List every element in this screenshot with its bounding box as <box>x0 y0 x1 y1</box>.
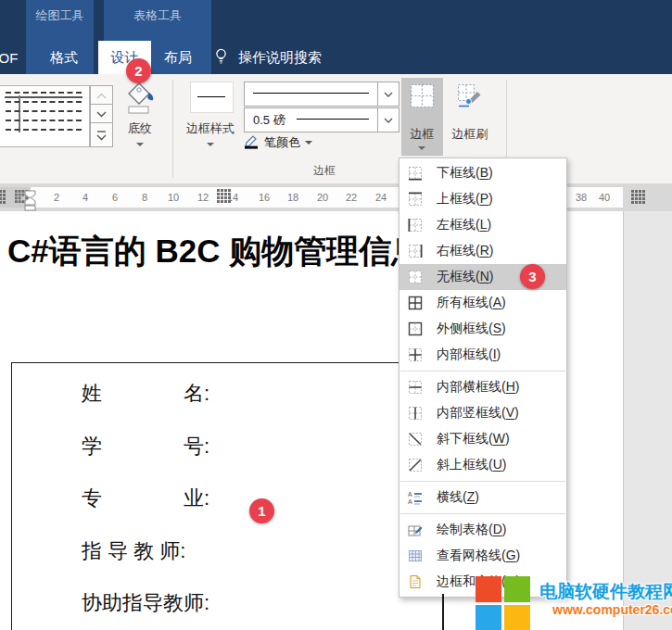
border-none-icon <box>408 270 423 284</box>
border-inside-vertical-icon <box>408 406 423 421</box>
menu-item-diagonal-up-border[interactable]: 斜上框线(U) <box>399 452 566 478</box>
border-top-icon <box>408 192 423 207</box>
ruler-mark: 6 <box>105 192 125 203</box>
watermark-site-url: www.computer26.com <box>552 602 672 617</box>
menu-item-outside-borders[interactable]: 外侧框线(S) <box>399 316 566 342</box>
field-major: 专 业: <box>82 485 209 512</box>
menu-item-view-gridlines[interactable]: 查看网格线(G) <box>399 543 566 569</box>
menu-item-right-border[interactable]: 右框线(R) <box>399 238 566 264</box>
style-dash-row <box>6 110 82 112</box>
step-badge-1: 1 <box>249 498 274 523</box>
ruler-mark: 22 <box>341 192 361 203</box>
line-weight-cell: 0.5 磅 <box>245 108 377 132</box>
line-weight-value: 0.5 磅 <box>253 112 285 129</box>
borders-group-label: 边框 <box>287 163 361 179</box>
watermark-logo <box>475 576 533 630</box>
ruler-mark: 40 <box>594 192 615 203</box>
view-gridlines-icon <box>408 548 423 563</box>
line-style-combo[interactable] <box>244 82 399 107</box>
border-style-sample <box>190 82 234 113</box>
table-right-border <box>442 594 444 630</box>
logo-square-blue <box>475 605 501 630</box>
shading-label: 底纹 <box>116 120 164 137</box>
border-right-icon <box>408 244 423 258</box>
horizontal-line-icon: AA <box>408 490 423 505</box>
menu-item-inside-vertical-border[interactable]: 内部竖框线(V) <box>399 400 566 426</box>
ruler-mark: 16 <box>254 192 274 203</box>
table-column-marker[interactable] <box>217 189 232 208</box>
pen-color-icon <box>244 133 260 153</box>
logo-square-yellow <box>504 605 530 630</box>
border-outside-icon <box>408 321 423 336</box>
ribbon: 底纹 边框样式 0.5 磅 <box>0 74 672 184</box>
group-separator <box>172 80 173 178</box>
ruler-mark: 10 <box>163 192 184 203</box>
ruler-mark: 20 <box>312 192 333 203</box>
tab-format[interactable]: 格式 <box>37 41 91 74</box>
line-weight-combo[interactable]: 0.5 磅 <box>244 107 399 132</box>
field-advisor: 指 导 教 师: <box>82 537 185 565</box>
logo-square-red <box>475 576 501 602</box>
line-style-chevron[interactable] <box>377 82 399 106</box>
tab-clipped[interactable]: OF <box>0 41 22 74</box>
style-dash-row <box>6 129 82 131</box>
menu-item-horizontal-line[interactable]: AA 横线(Z) <box>399 485 566 510</box>
shading-dropdown-arrow <box>136 143 144 146</box>
svg-text:A: A <box>408 498 412 505</box>
tab-layout[interactable]: 布局 <box>151 41 205 74</box>
gallery-more-button[interactable] <box>90 122 113 147</box>
border-styles-button[interactable]: 边框样式 <box>180 80 241 159</box>
svg-text:A: A <box>408 491 412 498</box>
border-diagonal-down-icon <box>408 432 423 447</box>
table-grid-glyph <box>631 190 646 208</box>
menu-item-all-borders[interactable]: 所有框线(A) <box>399 290 566 316</box>
style-preview-line <box>5 96 82 98</box>
watermark-site-name: 电脑软硬件教程网 <box>539 580 672 604</box>
logo-square-green <box>504 576 530 602</box>
drawing-tools-label: 绘图工具 <box>26 7 94 24</box>
menu-item-inside-borders[interactable]: 内部框线(I) <box>399 342 566 368</box>
border-diagonal-up-icon <box>408 458 423 472</box>
menu-item-bottom-border[interactable]: 下框线(B) <box>399 160 566 186</box>
ruler-mark: 24 <box>371 192 391 203</box>
border-inside-icon <box>408 347 423 362</box>
menu-item-top-border[interactable]: 上框线(P) <box>399 186 566 212</box>
border-painter-label: 边框刷 <box>445 126 495 143</box>
borders-dropdown-arrow <box>418 146 425 150</box>
style-dash-row <box>6 101 82 103</box>
tell-me-search[interactable]: 操作说明搜索 <box>213 41 322 74</box>
line-weight-chevron[interactable] <box>377 108 399 132</box>
menu-item-diagonal-down-border[interactable]: 斜下框线(W) <box>399 426 566 452</box>
borders-shading-icon <box>408 574 423 589</box>
borders-dropdown-menu: 下框线(B) 上框线(P) 左框线(L) 右框线(R) 无框线(N) 所有框线(… <box>399 158 567 598</box>
title-bar: 绘图工具 表格工具 OF 格式 设计 布局 操作说明搜索 <box>0 0 672 74</box>
border-left-icon <box>408 218 423 233</box>
horizontal-ruler[interactable]: 2 4 6 8 10 12 14 16 18 20 22 24 38 40 <box>0 183 672 211</box>
border-painter-icon <box>457 83 483 113</box>
document-title: C#语言的 B2C 购物管理信息 <box>7 230 424 273</box>
shading-bucket-icon <box>125 82 155 119</box>
table-tools-label: 表格工具 <box>104 7 211 24</box>
table-grid-glyph <box>0 190 6 208</box>
document-table[interactable] <box>11 362 443 630</box>
border-styles-label: 边框样式 <box>180 120 241 137</box>
pen-color-dropdown-arrow <box>305 141 312 145</box>
style-dash-row <box>6 120 82 121</box>
menu-separator <box>400 371 565 372</box>
menu-item-left-border[interactable]: 左框线(L) <box>399 212 566 238</box>
document-area: C#语言的 B2C 购物管理信息 姓 名: 学 号: 专 业: 指 导 教 师:… <box>0 211 672 630</box>
ruler-mark: 38 <box>571 192 591 203</box>
border-painter-button[interactable]: 边框刷 <box>445 78 495 156</box>
line-style-sample <box>245 82 377 106</box>
table-style-preview[interactable] <box>0 85 90 147</box>
borders-grid-icon <box>410 83 435 112</box>
shading-button[interactable]: 底纹 <box>116 80 164 159</box>
menu-item-draw-table[interactable]: 绘制表格(D) <box>399 517 566 543</box>
menu-separator <box>400 481 565 482</box>
borders-button[interactable]: 边框 <box>401 78 443 156</box>
pen-color-label: 笔颜色 <box>264 134 300 151</box>
pen-color-button[interactable]: 笔颜色 <box>244 132 336 153</box>
menu-item-inside-horizontal-border[interactable]: 内部横框线(H) <box>399 374 566 400</box>
border-styles-dropdown-arrow <box>207 143 214 146</box>
step-badge-3: 3 <box>520 264 545 289</box>
